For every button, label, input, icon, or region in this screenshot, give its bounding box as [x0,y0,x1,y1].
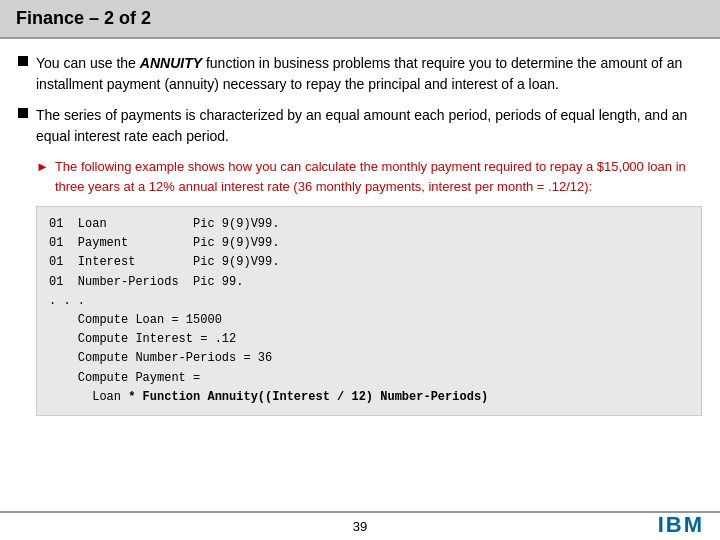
ibm-logo: IBM [658,514,704,536]
code-line-4: 01 Number-Periods Pic 99. [49,273,689,292]
code-block: 01 Loan Pic 9(9)V99. 01 Payment Pic 9(9)… [36,206,702,416]
annuity-keyword: ANNUITY [140,55,202,71]
arrow-icon: ► [36,159,49,174]
code-line-9: Compute Payment = [49,369,689,388]
bullet-icon-2 [18,108,28,118]
sub-bullet-text: The following example shows how you can … [55,157,702,196]
code-line-10: Loan * Function Annuity((Interest / 12) … [49,388,689,407]
page: Finance – 2 of 2 You can use the ANNUITY… [0,0,720,540]
code-line-8: Compute Number-Periods = 36 [49,349,689,368]
code-line-3: 01 Interest Pic 9(9)V99. [49,253,689,272]
ibm-logo-text: IBM [658,514,704,536]
page-title: Finance – 2 of 2 [16,8,151,28]
page-number: 39 [353,519,367,534]
code-line-7: Compute Interest = .12 [49,330,689,349]
bullet-2: The series of payments is characterized … [18,105,702,147]
code-line-6: Compute Loan = 15000 [49,311,689,330]
footer: 39 IBM [0,511,720,540]
bullet-1: You can use the ANNUITY function in busi… [18,53,702,95]
code-line-5: . . . [49,292,689,311]
bullet-icon-1 [18,56,28,66]
bullet-2-text: The series of payments is characterized … [36,105,702,147]
code-line-1: 01 Loan Pic 9(9)V99. [49,215,689,234]
bullet-1-text-before: You can use the [36,55,140,71]
header: Finance – 2 of 2 [0,0,720,39]
code-line-2: 01 Payment Pic 9(9)V99. [49,234,689,253]
bullet-1-text: You can use the ANNUITY function in busi… [36,53,702,95]
sub-bullet: ► The following example shows how you ca… [36,157,702,196]
content-area: You can use the ANNUITY function in busi… [0,39,720,511]
